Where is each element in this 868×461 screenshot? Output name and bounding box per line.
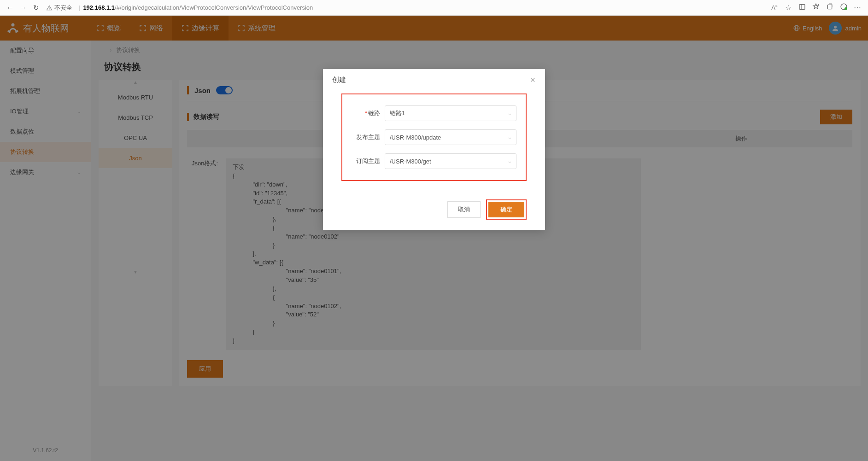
close-icon[interactable]: ✕ (530, 76, 536, 84)
ok-button-highlight: 确定 (486, 199, 527, 220)
more-button[interactable]: ⋯ (850, 3, 864, 12)
ok-button[interactable]: 确定 (488, 202, 524, 217)
svg-point-8 (844, 7, 847, 10)
chevron-down-icon: ⌵ (508, 134, 511, 140)
warning-icon (46, 5, 53, 11)
favorite-button[interactable]: ☆ (781, 3, 795, 12)
sidebar-icon[interactable] (795, 3, 809, 12)
modal-title: 创建 (332, 76, 346, 84)
modal-form-highlight: *链路 链路1 ⌵ 发布主题 /USR-M300/update ⌵ 订阅主题 /… (341, 93, 527, 181)
link-select-value: 链路1 (390, 109, 405, 117)
insecure-label: 不安全 (54, 4, 72, 12)
field-label-link: *链路 (352, 109, 380, 117)
pubtopic-value: /USR-M300/update (390, 134, 441, 141)
chevron-down-icon: ⌵ (508, 111, 511, 117)
chevron-down-icon: ⌵ (508, 158, 511, 164)
pubtopic-select[interactable]: /USR-M300/update ⌵ (385, 129, 516, 145)
forward-button[interactable]: → (17, 4, 29, 12)
browser-toolbar: ← → ↻ 不安全 | 192.168.1.1/#/origin/edgecal… (0, 0, 868, 16)
insecure-warning: 不安全 (46, 4, 72, 12)
svg-rect-0 (799, 4, 805, 9)
refresh-button[interactable]: ↻ (29, 4, 42, 12)
collections-icon[interactable] (823, 3, 837, 12)
address-bar[interactable]: 不安全 | 192.168.1.1/#/origin/edgecalculati… (42, 4, 768, 12)
create-modal: 创建 ✕ *链路 链路1 ⌵ 发布主题 /USR-M300/update ⌵ 订… (323, 69, 545, 230)
svg-rect-4 (827, 5, 832, 9)
text-size-button[interactable]: A» (768, 4, 781, 11)
favorites-icon[interactable] (809, 3, 823, 12)
back-button[interactable]: ← (4, 4, 17, 12)
subtopic-select[interactable]: /USR-M300/get ⌵ (385, 153, 516, 169)
cancel-button[interactable]: 取消 (447, 201, 481, 218)
link-select[interactable]: 链路1 ⌵ (385, 105, 516, 121)
extension-icon[interactable] (837, 3, 850, 12)
subtopic-value: /USR-M300/get (390, 158, 431, 165)
field-label-subtopic: 订阅主题 (352, 157, 380, 165)
field-label-pubtopic: 发布主题 (352, 133, 380, 141)
url-text: 192.168.1.1/#/origin/edgecalculation/Vie… (83, 4, 313, 11)
